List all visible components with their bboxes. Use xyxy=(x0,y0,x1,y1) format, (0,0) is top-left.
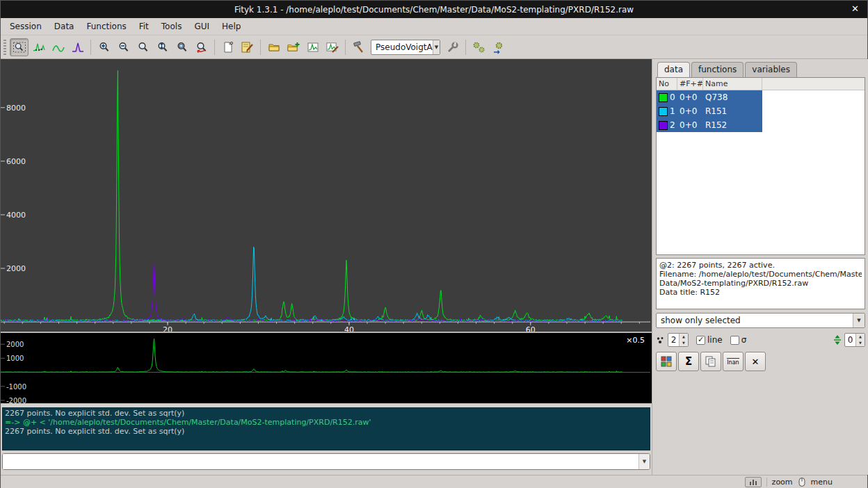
copy-data-button[interactable] xyxy=(700,352,721,371)
dataset-info: @2: 2267 points, 2267 active.Filename: /… xyxy=(656,258,865,309)
console-line: 2267 points. No explicit std. dev. Set a… xyxy=(5,427,648,436)
zoom-vertical-button[interactable] xyxy=(153,38,172,56)
spin-up-icon[interactable]: ▲ xyxy=(856,334,865,340)
main-plot[interactable]: 2040602000400060008000 xyxy=(1,59,652,333)
chevron-down-icon: ▼ xyxy=(433,40,440,54)
sum-button[interactable]: Σ xyxy=(678,352,699,371)
toolbar-separator xyxy=(90,40,91,55)
spin-down-icon[interactable]: ▼ xyxy=(856,340,865,346)
add-peak-mode-button[interactable] xyxy=(68,38,87,56)
menubar: SessionDataFunctionsFitToolsGUIHelp xyxy=(1,18,867,35)
series-Q738 xyxy=(1,70,622,321)
zoom-out-button[interactable] xyxy=(114,38,133,56)
tab-variables[interactable]: variables xyxy=(745,62,797,77)
shift-spinner[interactable]: 0 ▲▼ xyxy=(844,333,865,347)
console-log[interactable]: 2267 points. No explicit std. dev. Set a… xyxy=(2,407,650,450)
dataset-color-swatch[interactable] xyxy=(659,93,668,102)
dataset-color-swatch[interactable] xyxy=(659,107,668,116)
dataset-functions-cell: 0+0 xyxy=(677,90,703,104)
delete-dataset-button[interactable]: ✕ xyxy=(745,352,766,371)
filter-select[interactable]: show only selected ▼ xyxy=(656,313,865,328)
window-title: Fityk 1.3.1 - /home/aleplo/test/Document… xyxy=(234,5,634,15)
append-data-button[interactable] xyxy=(284,38,303,56)
dataset-table: No #F+# Name 00+0Q73810+0R15120+0R152 xyxy=(656,77,865,255)
statusbar-separator xyxy=(766,478,767,487)
menu-help[interactable]: Help xyxy=(216,19,247,33)
dataset-functions-cell: 0+0 xyxy=(677,118,703,132)
load-data-button[interactable] xyxy=(264,38,283,56)
run-fit-button[interactable] xyxy=(469,38,488,56)
series-R152 xyxy=(1,263,622,322)
new-script-button[interactable] xyxy=(218,38,237,56)
dataset-row[interactable]: 10+0R151 xyxy=(657,104,865,118)
run-fit-icon xyxy=(472,40,486,54)
menu-functions[interactable]: Functions xyxy=(80,19,132,33)
zoom-previous-button[interactable] xyxy=(192,38,211,56)
point-size-icon xyxy=(656,336,665,345)
dataset-filler-cell xyxy=(762,90,865,104)
status-config-icon xyxy=(749,479,757,485)
titlebar[interactable]: Fityk 1.3.1 - /home/aleplo/test/Document… xyxy=(1,1,867,18)
sidebar-tabs: datafunctionsvariables xyxy=(656,62,865,77)
zoom-whole-icon xyxy=(136,40,150,54)
command-history-dropdown[interactable]: ▼ xyxy=(638,454,650,469)
dataset-table-header: No #F+# Name xyxy=(657,78,865,90)
data-editor-button[interactable] xyxy=(323,38,341,56)
spin-up-icon[interactable]: ▲ xyxy=(680,334,688,340)
column-header-no: No xyxy=(657,78,677,90)
aux-plot[interactable]: 20001000-1000-2000×0.5 xyxy=(1,333,652,404)
spin-down-icon[interactable]: ▼ xyxy=(680,340,688,346)
menu-data[interactable]: Data xyxy=(48,19,81,33)
tab-functions[interactable]: functions xyxy=(691,62,744,77)
close-button[interactable]: ✕ xyxy=(851,3,859,14)
zoom-in-button[interactable] xyxy=(95,38,113,56)
x-tick-label: 20 xyxy=(163,325,172,332)
dataset-filler-cell xyxy=(762,118,865,132)
dataset-no-cell: 2 xyxy=(657,118,677,132)
dataset-color-swatch[interactable] xyxy=(659,121,668,130)
continue-fit-button[interactable] xyxy=(489,38,508,56)
menu-gui[interactable]: GUI xyxy=(188,19,216,33)
y-tick-label: 2000 xyxy=(6,341,24,348)
y-tick-label: -1000 xyxy=(6,383,26,391)
edit-script-button[interactable] xyxy=(238,38,257,56)
dataset-no-cell: 0 xyxy=(657,90,677,104)
toolbar-separator xyxy=(214,40,215,55)
command-input[interactable] xyxy=(3,454,638,469)
transform-button[interactable]: lnan xyxy=(723,352,744,371)
range-mode-button[interactable] xyxy=(29,38,48,56)
tab-data[interactable]: data xyxy=(657,62,690,77)
define-function-button[interactable] xyxy=(443,38,462,56)
select-mode-button[interactable] xyxy=(10,38,29,56)
peak-type-select[interactable]: PseudoVoigtA ▼ xyxy=(371,40,440,55)
series-R151 xyxy=(1,247,622,322)
find-peaks-button[interactable] xyxy=(349,38,368,56)
toolbar-grip[interactable] xyxy=(3,40,6,55)
menu-session[interactable]: Session xyxy=(3,19,48,33)
line-checkbox[interactable]: line xyxy=(696,335,723,345)
continue-fit-icon xyxy=(492,40,506,54)
dataset-row[interactable]: 20+0R152 xyxy=(657,118,865,132)
data-colors-button[interactable] xyxy=(656,352,677,371)
quick-load-button[interactable] xyxy=(303,38,322,56)
zoom-selected-icon xyxy=(175,40,189,54)
sigma-checkbox-box[interactable] xyxy=(730,336,739,345)
status-config-button[interactable] xyxy=(745,477,762,487)
dataset-name-cell: R152 xyxy=(703,118,762,132)
command-box: ▼ xyxy=(2,453,650,470)
edit-script-icon xyxy=(241,40,255,54)
line-checkbox-box[interactable] xyxy=(696,336,705,345)
zoom-selected-button[interactable] xyxy=(172,38,191,56)
menu-fit[interactable]: Fit xyxy=(133,19,155,33)
zoom-previous-icon xyxy=(195,40,209,54)
sigma-checkbox[interactable]: σ xyxy=(730,335,747,345)
x-tick-label: 40 xyxy=(344,325,354,332)
dataset-no-cell: 1 xyxy=(657,104,677,118)
dataset-row[interactable]: 00+0Q738 xyxy=(657,90,865,104)
add-peak-mode-icon xyxy=(71,40,85,54)
menu-tools[interactable]: Tools xyxy=(155,19,188,33)
select-mode-icon xyxy=(13,40,26,54)
point-size-spinner[interactable]: 2 ▲▼ xyxy=(668,333,689,347)
baseline-mode-button[interactable] xyxy=(49,38,67,56)
zoom-whole-button[interactable] xyxy=(134,38,152,56)
